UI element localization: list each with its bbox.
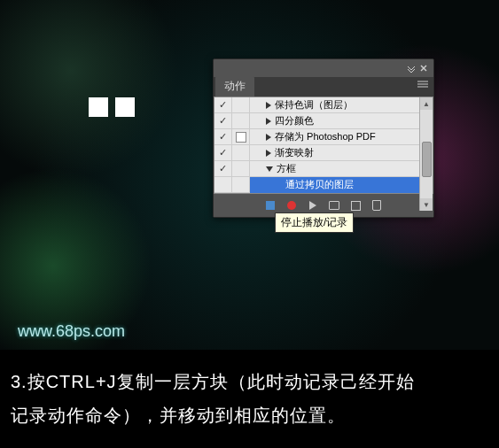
checkmark-icon: ✓ [219, 131, 227, 143]
panel-menu-icon[interactable] [412, 73, 433, 97]
item-label: 通过拷贝的图层 [285, 178, 354, 191]
scrollbar[interactable]: ▲ ▼ [419, 97, 433, 211]
list-item[interactable]: ✓ 渐变映射 [214, 145, 433, 161]
list-item[interactable]: ✓ 四分颜色 [214, 113, 433, 129]
actions-panel: 动作 ✓ 保持色调（图层） ✓ 四分颜色 ✓ 存储为 Photoshop PDF… [213, 58, 434, 218]
list-item[interactable]: ✓ 保持色调（图层） [214, 97, 433, 113]
new-action-button[interactable] [347, 197, 363, 213]
trash-icon [372, 200, 381, 211]
check-col[interactable]: ✓ [214, 161, 232, 177]
new-icon [351, 201, 361, 211]
item-label: 四分颜色 [275, 114, 314, 127]
folder-icon [329, 201, 339, 210]
play-icon [309, 201, 316, 210]
triangle-down-icon [266, 166, 273, 172]
delete-button[interactable] [369, 197, 385, 213]
square-2 [115, 97, 135, 117]
square-1 [89, 97, 108, 117]
panel-titlebar[interactable] [214, 59, 433, 77]
check-col[interactable]: ✓ [214, 113, 232, 129]
instruction-text: 3.按CTRL+J复制一层方块（此时动记录己经开始 记录动作命令），并移动到相应… [11, 365, 488, 432]
instruction-line1: 3.按CTRL+J复制一层方块（此时动记录己经开始 [11, 372, 415, 391]
stop-icon [266, 201, 275, 210]
tab-actions[interactable]: 动作 [215, 76, 254, 97]
mode-col[interactable] [232, 177, 250, 193]
record-icon [287, 201, 296, 210]
canvas-background: 动作 ✓ 保持色调（图层） ✓ 四分颜色 ✓ 存储为 Photoshop PDF… [0, 0, 499, 350]
checkmark-icon: ✓ [219, 99, 227, 111]
list-item[interactable]: ✓ 存储为 Photoshop PDF [214, 129, 433, 145]
scroll-down-icon[interactable]: ▼ [420, 198, 433, 211]
item-label: 方框 [277, 162, 296, 175]
close-icon[interactable] [419, 64, 428, 73]
watermark: www.68ps.com [18, 322, 125, 341]
stop-button[interactable] [262, 197, 278, 213]
new-set-button[interactable] [326, 197, 342, 213]
mode-col[interactable] [232, 113, 250, 129]
check-col[interactable]: ✓ [214, 145, 232, 161]
checkmark-icon: ✓ [219, 147, 227, 158]
dialog-toggle-icon [236, 132, 246, 143]
panel-tabs: 动作 [214, 77, 433, 97]
triangle-right-icon [266, 134, 271, 141]
play-button[interactable] [305, 197, 321, 213]
mode-col[interactable] [232, 161, 250, 177]
scroll-up-icon[interactable]: ▲ [420, 97, 433, 110]
mode-col[interactable] [232, 129, 250, 145]
triangle-right-icon [266, 102, 271, 109]
action-list: ✓ 保持色调（图层） ✓ 四分颜色 ✓ 存储为 Photoshop PDF ✓ … [214, 97, 433, 194]
record-button[interactable] [284, 197, 300, 213]
check-col[interactable]: ✓ [214, 129, 232, 145]
collapse-icon[interactable] [407, 64, 416, 73]
item-label: 保持色调（图层） [275, 98, 353, 112]
instruction-line2: 记录动作命令），并移动到相应的位置。 [11, 406, 346, 425]
check-col[interactable] [214, 177, 232, 193]
mode-col[interactable] [232, 145, 250, 161]
white-squares [89, 97, 135, 117]
scroll-thumb[interactable] [422, 142, 432, 177]
triangle-right-icon [266, 118, 271, 125]
check-col[interactable]: ✓ [214, 97, 232, 113]
checkmark-icon: ✓ [219, 115, 227, 127]
checkmark-icon: ✓ [219, 163, 227, 174]
tooltip: 停止播放/记录 [275, 212, 354, 233]
list-item[interactable]: 通过拷贝的图层 [214, 177, 433, 193]
item-label: 存储为 Photoshop PDF [275, 130, 376, 143]
item-label: 渐变映射 [275, 146, 314, 159]
list-item[interactable]: ✓ 方框 [214, 161, 433, 177]
mode-col[interactable] [232, 97, 250, 113]
triangle-right-icon [266, 150, 271, 157]
